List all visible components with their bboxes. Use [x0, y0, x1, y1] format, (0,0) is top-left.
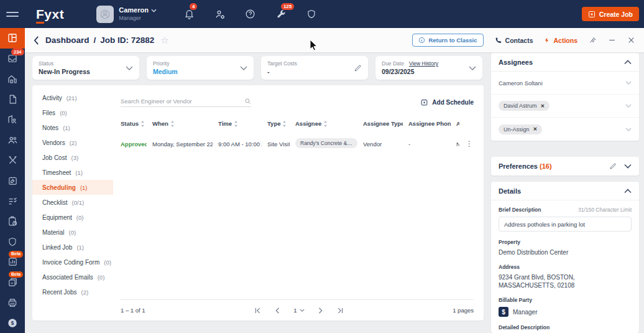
col-status[interactable]: Status — [121, 120, 147, 127]
security-button[interactable] — [305, 7, 318, 21]
address-value: 9234 Grant Blvd, BOSTON, MASSACHUSETTS, … — [499, 273, 632, 289]
col-assignee[interactable]: Assignee — [295, 120, 357, 127]
priority-select[interactable]: Priority Medium — [147, 56, 254, 80]
pagination-bar: 1 – 1 of 1 1 — [121, 299, 474, 321]
tab-recent-jobs[interactable]: Recent Jobs(2) — [32, 284, 113, 299]
sidebar-item-properties[interactable] — [0, 68, 25, 89]
app-logo[interactable]: Fyxt — [36, 7, 64, 22]
search-input[interactable] — [121, 98, 244, 105]
sidebar-item-site-manager[interactable] — [0, 110, 25, 130]
pin-button[interactable] — [589, 36, 597, 44]
sidebar-item-work-orders[interactable] — [0, 150, 25, 171]
hamburger-menu-icon[interactable] — [6, 10, 19, 19]
tab-activity[interactable]: Activity(21) — [32, 90, 113, 105]
tab-material[interactable]: Material(0) — [32, 225, 113, 240]
create-job-button[interactable]: Create Job — [582, 7, 639, 21]
inbox-badge: 234 — [11, 49, 24, 55]
user-settings-button[interactable] — [213, 7, 227, 21]
col-access-premises[interactable]: Access Premis — [456, 120, 459, 127]
sidebar-item-equipment[interactable] — [0, 293, 25, 313]
sort-icon — [282, 121, 287, 127]
notifications-badge: 4 — [190, 3, 197, 11]
tab-job-cost[interactable]: Job Cost(3) — [32, 150, 113, 165]
assignee-row-unassign[interactable]: Un-Assign✕ — [491, 118, 639, 141]
chevron-up-icon[interactable] — [624, 60, 632, 65]
col-assignee-type[interactable]: Assignee Type — [363, 120, 403, 127]
tab-linked-job[interactable]: Linked Job(1) — [32, 240, 113, 255]
sidebar-item-reports[interactable]: Beta — [0, 251, 25, 272]
prev-page-button[interactable] — [275, 307, 280, 314]
page-header: Dashboard / Job ID: 72882 ☆ Return to Cl… — [25, 28, 644, 52]
actions-button[interactable]: Actions — [544, 36, 577, 44]
user-role: Manager — [119, 15, 157, 22]
sort-icon — [234, 121, 238, 127]
tab-timesheet[interactable]: Timesheet(1) — [32, 165, 113, 180]
sidebar-item-checklist[interactable] — [0, 190, 25, 211]
sidebar-item-documents[interactable] — [0, 89, 25, 110]
preferences-title: Preferences — [499, 162, 538, 170]
billable-party-value: Manager — [513, 308, 537, 316]
sidebar-item-team[interactable] — [0, 129, 25, 150]
sidebar-item-inbox[interactable]: 234 — [0, 49, 25, 69]
tab-vendors[interactable]: Vendors(2) — [32, 135, 113, 150]
breadcrumb-dashboard[interactable]: Dashboard — [45, 35, 90, 45]
col-assignee-phone[interactable]: Assignee Phone — [408, 120, 451, 127]
favorite-star-icon[interactable]: ☆ — [160, 35, 168, 46]
status-select[interactable]: Status New-In Progress — [32, 56, 139, 80]
remove-assignee-icon[interactable]: ✕ — [533, 126, 538, 132]
table-row[interactable]: Approved Monday, September 22, 2025 9:00… — [121, 138, 474, 158]
tab-notes[interactable]: Notes(1) — [32, 120, 113, 135]
view-history-link[interactable]: View History — [409, 60, 438, 67]
back-button[interactable] — [34, 36, 39, 45]
sidebar-item-payments[interactable]: $ — [0, 312, 25, 333]
help-button[interactable] — [244, 7, 257, 21]
pagination-range: 1 – 1 of 1 — [121, 307, 145, 314]
assignee-chip[interactable]: Randy's Concrete & Pavement — [295, 138, 357, 148]
tab-checklist[interactable]: Checklist(0/1) — [32, 195, 113, 210]
close-button[interactable] — [627, 36, 635, 44]
sidebar-item-notes[interactable] — [0, 171, 25, 191]
assignees-title: Assignees — [499, 59, 533, 66]
last-page-button[interactable] — [337, 307, 344, 314]
first-page-button[interactable] — [254, 307, 261, 314]
notifications-button[interactable]: 4 — [183, 7, 196, 21]
user-menu[interactable]: Cameron Manager — [96, 6, 157, 23]
target-costs-field[interactable]: Target Costs - — [261, 56, 368, 80]
sidebar-item-dashboard[interactable] — [0, 28, 25, 49]
col-type[interactable]: Type — [267, 120, 290, 127]
return-to-classic-button[interactable]: Return to Classic — [412, 34, 483, 47]
row-menu-button[interactable]: ⋮ — [465, 139, 474, 148]
tab-associated-emails[interactable]: Associated Emails(0) — [32, 270, 113, 284]
assignee-row-manager[interactable]: Cameron Soltani — [491, 72, 639, 95]
work-orders-button[interactable]: 125 — [274, 7, 288, 21]
tab-equipment[interactable]: Equipment(0) — [32, 210, 113, 225]
assignee-row-engineer[interactable]: David Astrum✕ — [491, 95, 639, 118]
tab-scheduling[interactable]: Scheduling(1) — [32, 180, 113, 195]
remove-assignee-icon[interactable]: ✕ — [541, 103, 545, 109]
page-select[interactable]: 1 — [293, 307, 304, 314]
preferences-panel: Preferences (16) — [491, 157, 639, 176]
minimize-button[interactable] — [608, 36, 616, 44]
next-page-button[interactable] — [318, 307, 323, 314]
page-title-job-id: Job ID: 72882 — [100, 35, 154, 45]
back-chevron-icon — [34, 36, 39, 45]
chevron-down-icon — [625, 81, 632, 85]
chevron-up-icon[interactable] — [624, 189, 632, 194]
character-limit: 31/150 Character Limit — [578, 207, 632, 213]
sidebar-item-schedule[interactable] — [0, 211, 25, 232]
pencil-icon[interactable] — [609, 162, 617, 170]
pencil-icon — [354, 64, 362, 72]
col-when[interactable]: When — [152, 120, 213, 127]
due-date-select[interactable]: Due Date View History 09/23/2025 — [375, 56, 482, 80]
search-field[interactable] — [121, 98, 251, 107]
bar-chart-icon — [7, 256, 18, 267]
tab-invoice-coding-form[interactable]: Invoice Coding Form(0) — [32, 255, 113, 270]
contacts-button[interactable]: Contacts — [495, 37, 533, 44]
tab-files[interactable]: Files(0) — [32, 105, 113, 120]
brief-description-input[interactable] — [499, 217, 632, 232]
sidebar-item-invoices[interactable]: Beta — [0, 272, 25, 293]
add-schedule-button[interactable]: Add Schedule — [420, 98, 474, 106]
col-time[interactable]: Time — [218, 120, 262, 127]
sidebar-item-compliance[interactable] — [0, 232, 25, 252]
chevron-down-icon[interactable] — [624, 164, 632, 169]
